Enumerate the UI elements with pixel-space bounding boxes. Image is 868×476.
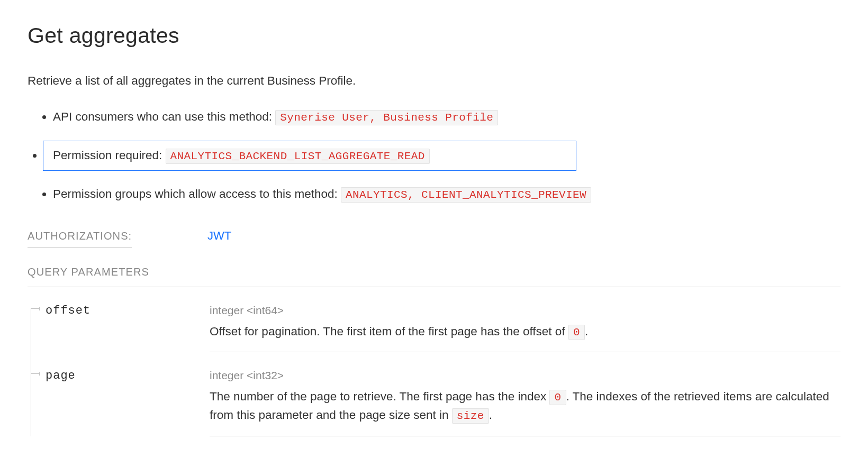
info-list: API consumers who can use this method: S…	[28, 103, 840, 209]
authorizations-label: AUTHORIZATIONS:	[28, 228, 132, 248]
intro-text: Retrieve a list of all aggregates in the…	[28, 72, 840, 90]
param-desc-text: Offset for pagination. The first item of…	[210, 325, 568, 338]
code-badge: 0	[568, 325, 585, 340]
param-desc-text: The number of the page to retrieve. The …	[210, 390, 549, 403]
list-item: API consumers who can use this method: S…	[53, 103, 840, 132]
param-description: Offset for pagination. The first item of…	[210, 323, 840, 342]
param-desc-text: .	[489, 408, 492, 422]
query-parameters-list: offset integer <int64> Offset for pagina…	[28, 287, 840, 436]
code-badge: 0	[549, 390, 566, 405]
param-desc-text: .	[585, 325, 588, 338]
code-badge: Synerise User, Business Profile	[275, 110, 498, 125]
jwt-link[interactable]: JWT	[207, 229, 231, 242]
code-badge: ANALYTICS_BACKEND_LIST_AGGREGATE_READ	[166, 149, 430, 164]
param-name: offset	[46, 287, 210, 352]
param-type: integer <int32>	[210, 367, 840, 385]
code-badge: ANALYTICS, CLIENT_ANALYTICS_PREVIEW	[341, 187, 591, 203]
param-type: integer <int64>	[210, 302, 840, 319]
param-description: The number of the page to retrieve. The …	[210, 388, 840, 425]
page-title: Get aggregates	[28, 19, 840, 53]
list-item-label: Permission required:	[53, 149, 166, 162]
list-item-label: API consumers who can use this method:	[53, 110, 275, 123]
list-item: Permission groups which allow access to …	[53, 180, 840, 209]
list-item-highlighted: Permission required: ANALYTICS_BACKEND_L…	[43, 141, 576, 170]
list-item-label: Permission groups which allow access to …	[53, 187, 341, 200]
param-row: offset integer <int64> Offset for pagina…	[28, 287, 840, 352]
param-row: page integer <int32> The number of the p…	[28, 352, 840, 436]
code-badge: size	[452, 408, 489, 424]
authorizations-row: AUTHORIZATIONS: JWT	[28, 227, 840, 248]
tree-connector-icon	[28, 352, 46, 436]
tree-connector-icon	[28, 287, 46, 352]
query-parameters-heading: QUERY PARAMETERS	[28, 266, 149, 278]
param-name: page	[46, 352, 210, 436]
